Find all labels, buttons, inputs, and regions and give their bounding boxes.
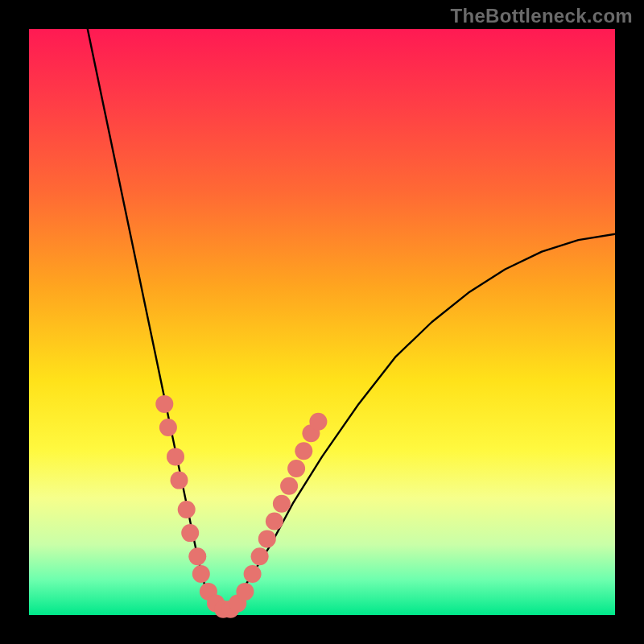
curve-marker — [155, 395, 173, 413]
curve-marker — [244, 565, 262, 583]
plot-area — [29, 29, 615, 615]
marker-group — [155, 395, 327, 618]
curve-marker — [236, 583, 254, 601]
curve-marker — [188, 547, 206, 565]
curve-marker — [266, 513, 283, 530]
curve-marker — [167, 448, 184, 465]
curve-marker — [178, 501, 196, 518]
curve-marker — [280, 477, 298, 495]
curve-marker — [295, 442, 312, 460]
curve-marker — [192, 565, 210, 583]
chart-frame: TheBottleneck.com — [0, 0, 644, 644]
curve-marker — [181, 524, 199, 542]
curve-marker — [171, 472, 188, 489]
curve-marker — [159, 419, 177, 436]
curve-marker — [273, 495, 291, 513]
curve-marker — [287, 460, 305, 477]
curve-marker — [251, 547, 269, 565]
bottleneck-curve-path — [88, 29, 615, 615]
curve-marker — [309, 413, 327, 431]
watermark-text: TheBottleneck.com — [451, 5, 633, 27]
chart-svg — [29, 29, 615, 615]
curve-marker — [258, 530, 276, 547]
